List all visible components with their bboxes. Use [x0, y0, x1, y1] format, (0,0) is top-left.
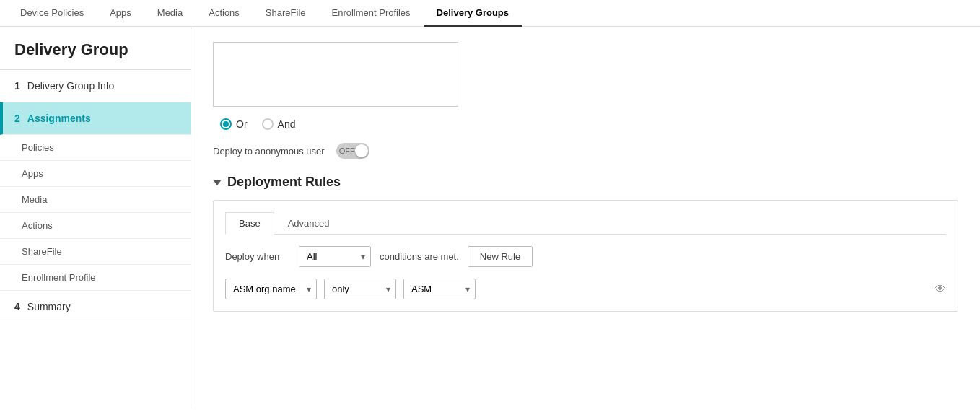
rule-row-1: ASM org name Device OS Platform only equ…: [225, 279, 946, 299]
rule-field3-select[interactable]: ASM MDM MAM: [403, 279, 476, 299]
top-navigation: Device Policies Apps Media Actions Share…: [0, 0, 980, 27]
rule-field1-wrapper: ASM org name Device OS Platform: [225, 279, 317, 299]
sidebar-sub-enrollment-profile[interactable]: Enrollment Profile: [0, 265, 191, 291]
sidebar-sub-policies[interactable]: Policies: [0, 135, 191, 161]
nav-device-policies[interactable]: Device Policies: [7, 0, 97, 27]
new-rule-button[interactable]: New Rule: [468, 246, 533, 267]
deployment-rules-title: Deployment Rules: [227, 175, 341, 190]
deploy-when-label: Deploy when: [225, 251, 290, 262]
deploy-anonymous-toggle[interactable]: OFF: [336, 143, 369, 159]
rule-field2-select[interactable]: only equals contains: [324, 279, 396, 299]
deploy-when-row: Deploy when All Any conditions are met. …: [225, 246, 946, 267]
step4-number: 4: [14, 301, 20, 312]
step1-label: Delivery Group Info: [27, 80, 115, 92]
collapse-arrow-icon[interactable]: [213, 180, 222, 185]
sidebar-item-step2[interactable]: 2 Assignments: [0, 102, 191, 135]
sidebar-sub-media[interactable]: Media: [0, 187, 191, 213]
radio-or[interactable]: Or: [220, 118, 248, 130]
toggle-knob: [355, 144, 368, 157]
step1-number: 1: [14, 80, 20, 92]
sidebar-item-step4[interactable]: 4 Summary: [0, 291, 191, 323]
nav-enrollment-profiles[interactable]: Enrollment Profiles: [319, 0, 424, 27]
rule-field2-wrapper: only equals contains: [324, 279, 396, 299]
nav-actions[interactable]: Actions: [196, 0, 253, 27]
toggle-off-text: OFF: [339, 146, 355, 155]
nav-sharefile[interactable]: ShareFile: [253, 0, 319, 27]
sidebar-sub-sharefile[interactable]: ShareFile: [0, 239, 191, 265]
radio-or-circle[interactable]: [220, 118, 232, 130]
sidebar: Delivery Group 1 Delivery Group Info 2 A…: [0, 27, 191, 409]
sidebar-sub-actions[interactable]: Actions: [0, 213, 191, 239]
step4-label: Summary: [27, 301, 71, 312]
conditions-met-label: conditions are met.: [380, 251, 459, 262]
tab-advanced[interactable]: Advanced: [274, 212, 344, 235]
deploy-anonymous-label: Deploy to anonymous user: [213, 146, 325, 157]
radio-and[interactable]: And: [262, 118, 296, 130]
step2-label: Assignments: [27, 113, 91, 124]
tab-base[interactable]: Base: [225, 212, 274, 235]
all-conditions-select-wrapper: All Any: [299, 246, 371, 267]
radio-group: Or And: [213, 118, 958, 130]
radio-and-circle[interactable]: [262, 118, 274, 130]
nav-delivery-groups[interactable]: Delivery Groups: [424, 0, 522, 27]
nav-media[interactable]: Media: [144, 0, 196, 27]
rules-container: Base Advanced Deploy when All Any condit…: [213, 200, 958, 312]
sidebar-item-step1[interactable]: 1 Delivery Group Info: [0, 70, 191, 102]
rule-field1-select[interactable]: ASM org name Device OS Platform: [225, 279, 317, 299]
assignments-textarea[interactable]: [213, 42, 458, 107]
page-layout: Delivery Group 1 Delivery Group Info 2 A…: [0, 27, 980, 409]
sidebar-sub-apps[interactable]: Apps: [0, 161, 191, 187]
radio-and-label: And: [278, 118, 296, 130]
delete-rule-icon[interactable]: 👁︎: [935, 283, 946, 296]
rule-field3-wrapper: ASM MDM MAM: [403, 279, 476, 299]
radio-or-label: Or: [236, 118, 248, 130]
main-content: Or And Deploy to anonymous user OFF Depl…: [191, 27, 980, 409]
nav-apps[interactable]: Apps: [97, 0, 144, 27]
sidebar-title: Delivery Group: [0, 27, 191, 70]
all-conditions-select[interactable]: All Any: [299, 246, 371, 267]
deployment-rules-header: Deployment Rules: [213, 175, 958, 190]
step2-number: 2: [14, 113, 20, 124]
rules-tabs: Base Advanced: [225, 212, 946, 235]
deploy-anonymous-row: Deploy to anonymous user OFF: [213, 143, 958, 159]
